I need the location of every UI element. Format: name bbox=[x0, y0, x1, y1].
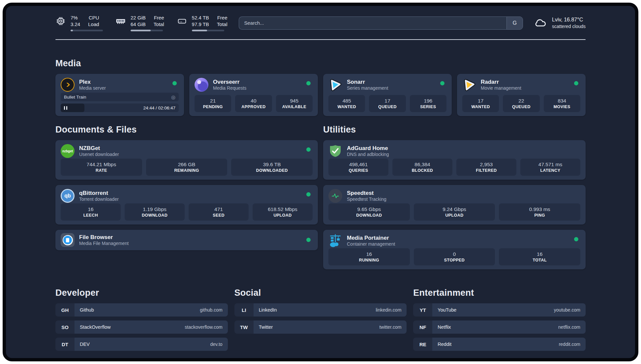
search-input[interactable] bbox=[239, 16, 507, 30]
app-card-adguard[interactable]: AdGuard Home DNS and adblocking 498,461 … bbox=[323, 140, 586, 180]
app-name: NZBGet bbox=[79, 145, 119, 152]
link-row-twitter[interactable]: TW Twitter twitter.com bbox=[234, 320, 407, 334]
disk-free-label: Free bbox=[217, 15, 228, 21]
section-title-developer: Developer bbox=[55, 288, 228, 298]
link-tag: RE bbox=[413, 338, 432, 351]
stat-tile: 485 WANTED bbox=[328, 95, 365, 112]
stat-value: 471 bbox=[214, 206, 223, 212]
link-row-stackoverflow[interactable]: SO StackOverflow stackoverflow.com bbox=[55, 320, 228, 334]
stat-label: BLOCKED bbox=[412, 168, 433, 173]
portainer-icon bbox=[328, 234, 342, 248]
status-dot bbox=[574, 237, 578, 241]
app-card-portainer[interactable]: Media Portainer Container management 16 … bbox=[323, 230, 586, 269]
stat-value: 21 bbox=[210, 98, 216, 104]
plex-icon bbox=[61, 78, 75, 92]
stat-tile: 86,384 BLOCKED bbox=[392, 159, 452, 176]
stat-value: 86,384 bbox=[414, 162, 430, 167]
link-url: github.com bbox=[200, 307, 222, 313]
link-row-dev[interactable]: DT DEV dev.to bbox=[55, 338, 228, 351]
cpu-stat: 7% 3.24 CPU Load bbox=[55, 15, 103, 31]
link-row-linkedin[interactable]: LI LinkedIn linkedin.com bbox=[234, 303, 407, 317]
app-desc: Container management bbox=[347, 241, 395, 247]
stat-tile: 0 STOPPED bbox=[414, 248, 495, 265]
stat-label: QUEUED bbox=[378, 105, 397, 109]
stat-label: RATE bbox=[96, 168, 107, 173]
ram-total: 64 GiB bbox=[131, 21, 146, 28]
cpu-load-value: 3.24 bbox=[71, 21, 80, 28]
app-card-radarr[interactable]: Radarr Movie management 17 WANTED 22 QUE… bbox=[457, 74, 586, 116]
app-card-sonarr[interactable]: Sonarr Series management 485 WANTED 17 Q… bbox=[323, 74, 452, 116]
stat-label: WANTED bbox=[337, 105, 356, 109]
stat-label: WANTED bbox=[471, 105, 490, 109]
link-row-netflix[interactable]: NF Netflix netflix.com bbox=[413, 320, 586, 334]
app-card-nzbget[interactable]: nzbget NZBGet Usenet downloader 744.21 M… bbox=[55, 140, 318, 180]
stat-tile: 1.19 Gbps DOWNLOAD bbox=[125, 203, 185, 221]
app-name: Radarr bbox=[481, 78, 521, 85]
app-card-qbittorrent[interactable]: qb qBittorrent Torrent downloader 16 bbox=[55, 185, 318, 225]
stat-value: 618.52 Mbps bbox=[268, 206, 297, 212]
qbittorrent-icon-text: qb bbox=[64, 193, 71, 199]
app-desc: DNS and adblocking bbox=[347, 152, 389, 158]
stat-tile: 834 MOVIES bbox=[544, 95, 580, 112]
ram-icon bbox=[115, 16, 126, 26]
section-title-media: Media bbox=[55, 58, 586, 69]
stat-tile: 9.24 Gbps UPLOAD bbox=[414, 203, 495, 221]
stat-value: 1.19 Gbps bbox=[143, 206, 167, 212]
stat-label: REMAINING bbox=[174, 168, 199, 173]
app-card-plex[interactable]: Plex Media server Bullet Train ◎ 24:44 /… bbox=[55, 74, 184, 116]
link-tag: YT bbox=[413, 303, 432, 317]
cloud-icon bbox=[534, 16, 547, 29]
status-dot bbox=[306, 147, 311, 152]
app-card-speedtest[interactable]: Speedtest Speedtest Tracking 9.65 Gbps D… bbox=[323, 185, 586, 225]
overseerr-icon bbox=[195, 78, 208, 92]
stat-tile: 471 SEED bbox=[189, 203, 249, 221]
stat-label: TOTAL bbox=[533, 258, 547, 262]
stat-label: DOWNLOADED bbox=[256, 168, 288, 173]
cpu-label: CPU bbox=[89, 15, 99, 21]
section-title-entertainment: Entertainment bbox=[413, 288, 586, 298]
search-engine-button[interactable]: G bbox=[506, 16, 523, 30]
stat-value: 0.993 ms bbox=[529, 206, 550, 212]
stat-value: 196 bbox=[424, 98, 432, 104]
app-name: Plex bbox=[79, 78, 106, 85]
playback-time: 24:44 / 02:06:47 bbox=[143, 104, 175, 112]
link-url: netflix.com bbox=[558, 324, 580, 330]
ram-stat: 22 GiB 64 GiB Free Total bbox=[115, 15, 164, 31]
status-dot bbox=[440, 81, 444, 85]
stat-value: 498,461 bbox=[349, 162, 368, 167]
stat-label: UPLOAD bbox=[273, 213, 291, 218]
section-title-social: Social bbox=[234, 288, 407, 298]
developer-links-section: Developer GH Github github.com SO StackO… bbox=[55, 269, 228, 355]
link-row-youtube[interactable]: YT YouTube youtube.com bbox=[413, 303, 586, 317]
stat-value: 485 bbox=[343, 98, 351, 104]
nzbget-icon-text: nzbget bbox=[62, 149, 73, 153]
app-name: Overseerr bbox=[213, 78, 246, 85]
link-row-github[interactable]: GH Github github.com bbox=[55, 303, 228, 317]
pause-button[interactable] bbox=[64, 106, 67, 110]
app-card-filebrowser[interactable]: File Browser Media File Management bbox=[55, 230, 318, 250]
stat-tile: 16 RUNNING bbox=[328, 248, 410, 265]
stat-tile: 2,953 FILTERED bbox=[456, 159, 516, 176]
social-links-section: Social LI LinkedIn linkedin.com TW Twitt… bbox=[234, 269, 407, 338]
link-row-reddit[interactable]: RE Reddit reddit.com bbox=[413, 338, 586, 351]
target-icon[interactable]: ◎ bbox=[171, 95, 175, 100]
stat-tile: 16 LEECH bbox=[61, 203, 121, 221]
stat-value: 16 bbox=[88, 206, 93, 212]
stat-tile: 47.571 ms LATENCY bbox=[520, 159, 580, 176]
stat-value: 47.571 ms bbox=[538, 162, 562, 167]
stat-label: UPLOAD bbox=[445, 213, 463, 218]
status-dot bbox=[306, 81, 311, 85]
documents-section: Documents & Files nzbget NZBGet Usenet d… bbox=[55, 116, 318, 250]
stat-label: MOVIES bbox=[554, 105, 570, 109]
stat-label: PENDING bbox=[203, 105, 223, 109]
section-title-documents: Documents & Files bbox=[55, 125, 318, 135]
entertainment-links-section: Entertainment YT YouTube youtube.com NF … bbox=[413, 269, 586, 355]
link-name: Netflix bbox=[438, 324, 451, 330]
app-card-overseerr[interactable]: Overseerr Media Requests 21 PENDING 40 A… bbox=[189, 74, 318, 116]
link-name: LinkedIn bbox=[259, 307, 277, 313]
stat-tile: 21 PENDING bbox=[195, 95, 231, 112]
app-name: AdGuard Home bbox=[347, 145, 389, 152]
link-name: Github bbox=[80, 307, 94, 313]
link-name: DEV bbox=[80, 342, 90, 347]
stat-label: AVAILABLE bbox=[282, 105, 306, 109]
